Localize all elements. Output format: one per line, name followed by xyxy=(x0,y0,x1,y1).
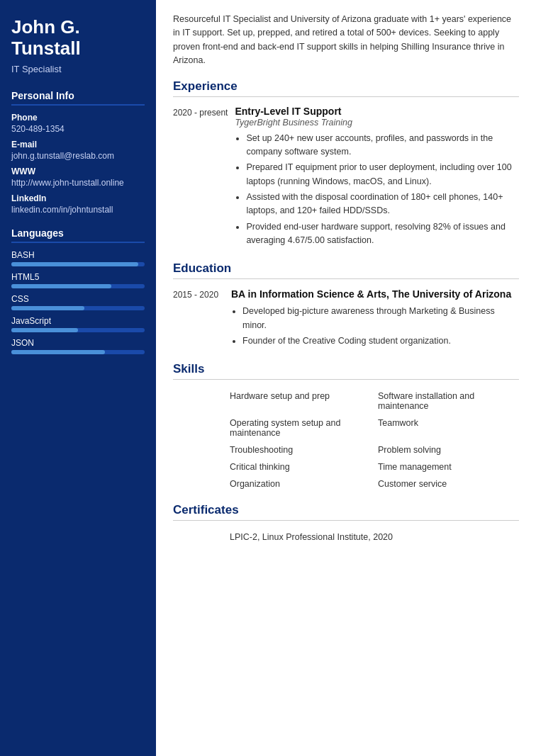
skill-item: Problem solving xyxy=(378,442,519,458)
language-bar-bg xyxy=(11,284,145,288)
main-content: Resourceful IT Specialist and University… xyxy=(156,0,536,756)
languages-heading: Languages xyxy=(11,227,145,243)
summary-text: Resourceful IT Specialist and University… xyxy=(173,13,519,68)
language-bar-bg xyxy=(11,306,145,310)
cert-list: LPIC-2, Linux Professional Institute, 20… xyxy=(173,529,519,545)
education-heading: Education xyxy=(173,261,519,279)
language-bar-fill xyxy=(11,350,105,354)
education-section: Education 2015 - 2020BA in Information S… xyxy=(173,261,519,351)
skills-section: Skills Hardware setup and prepSoftware i… xyxy=(173,362,519,492)
skill-item: Critical thinking xyxy=(230,459,371,475)
language-name: CSS xyxy=(11,294,145,304)
cert-item: LPIC-2, Linux Professional Institute, 20… xyxy=(230,529,519,545)
language-bar-fill xyxy=(11,284,111,288)
experience-entry: 2020 - presentEntry-Level IT SupportTyge… xyxy=(173,106,519,250)
certificates-heading: Certificates xyxy=(173,503,519,521)
education-entry: 2015 - 2020BA in Information Science & A… xyxy=(173,288,519,351)
experience-list: 2020 - presentEntry-Level IT SupportTyge… xyxy=(173,106,519,250)
edu-bullets: Developed big-picture awareness through … xyxy=(231,305,519,348)
language-bar-bg xyxy=(11,350,145,354)
language-bar-fill xyxy=(11,306,84,310)
language-item: HTML5 xyxy=(11,272,145,288)
exp-content: Entry-Level IT SupportTygerBright Busine… xyxy=(235,106,519,250)
personal-info-heading: Personal Info xyxy=(11,90,145,106)
certificates-section: Certificates LPIC-2, Linux Professional … xyxy=(173,503,519,545)
language-bar-fill xyxy=(11,262,138,266)
edu-bullet: Developed big-picture awareness through … xyxy=(242,305,519,332)
edu-bullet: Founder of the Creative Coding student o… xyxy=(242,334,519,348)
edu-dates: 2015 - 2020 xyxy=(173,288,224,351)
www-label: WWW xyxy=(11,167,145,176)
candidate-name: John G. Tunstall xyxy=(11,17,145,60)
email-value: john.g.tunstall@reslab.com xyxy=(11,151,145,161)
exp-dates: 2020 - present xyxy=(173,106,228,250)
linkedin-value: linkedin.com/in/johntunstall xyxy=(11,205,145,215)
language-item: CSS xyxy=(11,294,145,310)
resume-container: John G. Tunstall IT Specialist Personal … xyxy=(0,0,536,756)
sidebar: John G. Tunstall IT Specialist Personal … xyxy=(0,0,156,756)
exp-bullets: Set up 240+ new user accounts, profiles,… xyxy=(235,132,519,248)
skill-item: Software installation and maintenance xyxy=(378,388,519,414)
skill-item: Operating system setup and maintenance xyxy=(230,415,371,441)
language-item: JSON xyxy=(11,338,145,354)
exp-company: TygerBright Business Training xyxy=(235,118,519,128)
language-name: JSON xyxy=(11,338,145,348)
education-list: 2015 - 2020BA in Information Science & A… xyxy=(173,288,519,351)
linkedin-label: LinkedIn xyxy=(11,193,145,203)
language-item: BASH xyxy=(11,250,145,266)
languages-list: BASHHTML5CSSJavaScriptJSON xyxy=(11,250,145,354)
exp-job-title: Entry-Level IT Support xyxy=(235,106,519,117)
skill-item: Customer service xyxy=(378,476,519,492)
skill-item: Time management xyxy=(378,459,519,475)
language-name: HTML5 xyxy=(11,272,145,282)
language-bar-fill xyxy=(11,328,78,332)
experience-section: Experience 2020 - presentEntry-Level IT … xyxy=(173,79,519,250)
exp-bullet: Assisted with the disposal coordination … xyxy=(246,191,519,218)
exp-bullet: Set up 240+ new user accounts, profiles,… xyxy=(246,132,519,159)
exp-bullet: Provided end-user hardware support, reso… xyxy=(246,220,519,248)
candidate-title: IT Specialist xyxy=(11,64,145,74)
skills-list: Hardware setup and prepSoftware installa… xyxy=(230,388,519,492)
edu-content: BA in Information Science & Arts, The Un… xyxy=(231,288,519,351)
skill-item: Troubleshooting xyxy=(230,442,371,458)
experience-heading: Experience xyxy=(173,79,519,97)
language-bar-bg xyxy=(11,262,145,266)
phone-label: Phone xyxy=(11,113,145,123)
skill-item: Hardware setup and prep xyxy=(230,388,371,414)
skills-heading: Skills xyxy=(173,362,519,380)
edu-degree: BA in Information Science & Arts, The Un… xyxy=(231,288,519,301)
www-value: http://www.john-tunstall.online xyxy=(11,178,145,188)
skill-item: Teamwork xyxy=(378,415,519,441)
language-item: JavaScript xyxy=(11,316,145,332)
exp-bullet: Prepared IT equipment prior to user depl… xyxy=(246,161,519,188)
language-name: BASH xyxy=(11,250,145,260)
skill-item: Organization xyxy=(230,476,371,492)
language-name: JavaScript xyxy=(11,316,145,326)
language-bar-bg xyxy=(11,328,145,332)
phone-value: 520-489-1354 xyxy=(11,124,145,134)
email-label: E-mail xyxy=(11,140,145,149)
